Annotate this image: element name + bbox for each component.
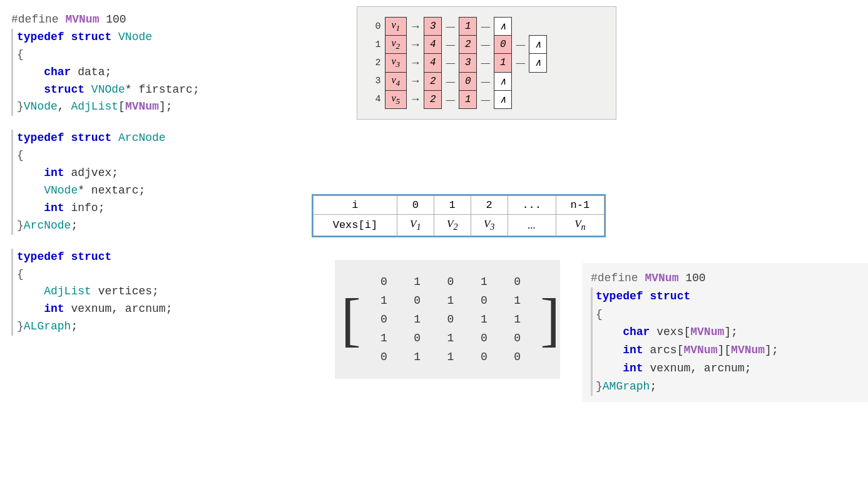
code-line-define1: #define MVNum 100	[11, 11, 294, 29]
adj-list-table: 0v1→3—1—∧1v2→4—2—0—∧2v3→4—3—1—∧3v4→2—0—∧…	[367, 17, 547, 109]
bracket-right-icon: ]	[540, 290, 560, 349]
code-line-int-info: int info;	[11, 200, 294, 217]
vex-table: i012...n-1Vexs[i]V1V2V3...Vn	[313, 195, 605, 236]
code-line-typedef-arcnode: typedef struct ArcNode	[11, 130, 294, 147]
code-line-int-adjvex: int adjvex;	[11, 165, 294, 182]
rc-line-int-vexnum: int vexnum, arcnum;	[591, 359, 868, 378]
code-line-typedef-vnode: typedef struct VNode	[11, 29, 294, 46]
rc-line-typedef: typedef struct	[591, 287, 868, 306]
code-line-vnode-nextarc: VNode * nextarc;	[11, 182, 294, 200]
right-code-panel: #define MVNum 100 typedef struct { char …	[582, 263, 868, 402]
code-line-struct-vnode: struct VNOde * firstarc;	[11, 81, 294, 99]
code-line-close-algraph: } ALGraph ;	[11, 318, 294, 336]
matrix-container: [ 0101010101010111010001100 ]	[335, 260, 560, 379]
rc-line-int-arcs: int arcs [ MVNum ][ MVNum ];	[591, 341, 868, 359]
code-line-adjlist-vertices: AdjList vertices;	[11, 283, 294, 301]
code-line-typedef-algraph: typedef struct	[11, 249, 294, 266]
code-line-int-vexnum: int vexnum, arcnum;	[11, 301, 294, 318]
adj-list-diagram: 0v1→3—1—∧1v2→4—2—0—∧2v3→4—3—1—∧3v4→2—0—∧…	[357, 6, 616, 120]
code-line-brace3: {	[11, 266, 294, 284]
left-code-panel: #define MVNum 100 typedef struct VNode {…	[0, 0, 300, 496]
code-line-char-data: char data;	[11, 64, 294, 81]
bracket-left-icon: [	[341, 290, 361, 349]
vex-table-container: i012...n-1Vexs[i]V1V2V3...Vn	[312, 194, 606, 237]
rc-line-close: } AMGraph ;	[591, 378, 868, 396]
matrix-grid: 0101010101010111010001100	[361, 267, 541, 371]
code-line-brace2: {	[11, 147, 294, 165]
rc-line-brace: {	[591, 306, 868, 324]
code-line-close-vnode: } VNode , AdjList [ MVNum ];	[11, 98, 294, 116]
code-line-close-arcnode: } ArcNode ;	[11, 217, 294, 235]
rc-line-char-vexs: char vexs [ MVNum ];	[591, 323, 868, 341]
right-panel: 0v1→3—1—∧1v2→4—2—0—∧2v3→4—3—1—∧3v4→2—0—∧…	[300, 0, 868, 496]
code-line-brace1: {	[11, 46, 294, 64]
rc-line-define: #define MVNum 100	[591, 269, 868, 287]
